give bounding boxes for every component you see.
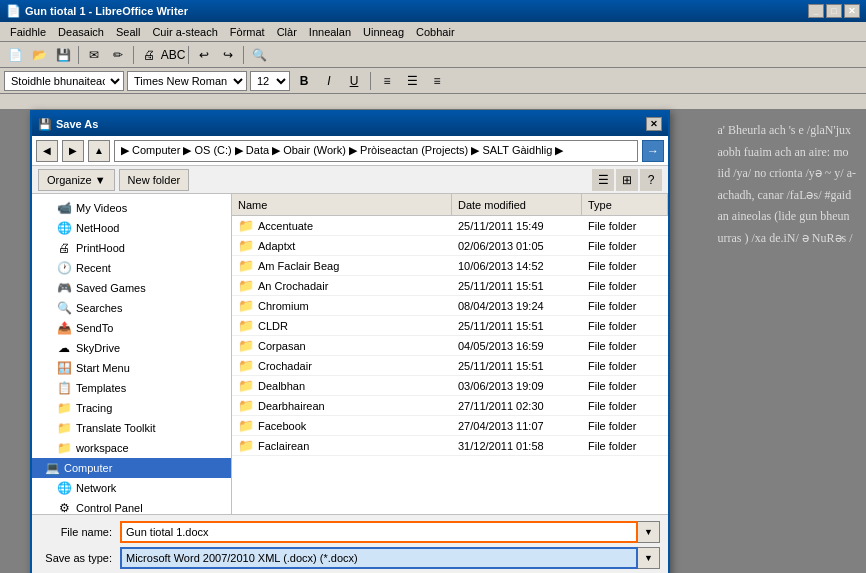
align-center-button[interactable]: ☰ <box>401 70 423 92</box>
tree-item-startmenu[interactable]: 🪟 Start Menu <box>32 358 231 378</box>
menu-cobhair[interactable]: Cobhair <box>410 24 461 40</box>
tree-item-workspace[interactable]: 📁 workspace <box>32 438 231 458</box>
file-row[interactable]: 📁 Accentuate 25/11/2011 15:49 File folde… <box>232 216 668 236</box>
email-button[interactable]: ✉ <box>83 44 105 66</box>
file-rows-container: 📁 Accentuate 25/11/2011 15:49 File folde… <box>232 216 668 456</box>
col-header-type[interactable]: Type <box>582 194 668 215</box>
edit-button[interactable]: ✏ <box>107 44 129 66</box>
file-row[interactable]: 📁 Faclairean 31/12/2011 01:58 File folde… <box>232 436 668 456</box>
help-button[interactable]: ? <box>640 169 662 191</box>
find-button[interactable]: 🔍 <box>248 44 270 66</box>
file-row[interactable]: 📁 Dearbhairean 27/11/2011 02:30 File fol… <box>232 396 668 416</box>
bold-button[interactable]: B <box>293 70 315 92</box>
up-button[interactable]: ▲ <box>88 140 110 162</box>
tree-item-network[interactable]: 🌐 Network <box>32 478 231 498</box>
forward-button[interactable]: ▶ <box>62 140 84 162</box>
menu-faidhle[interactable]: Faidhle <box>4 24 52 40</box>
minimize-button[interactable]: _ <box>808 4 824 18</box>
tree-item-searches[interactable]: 🔍 Searches <box>32 298 231 318</box>
file-row[interactable]: 📁 Chromium 08/04/2013 19:24 File folder <box>232 296 668 316</box>
file-date: 10/06/2013 14:52 <box>452 260 582 272</box>
file-row[interactable]: 📁 Am Faclair Beag 10/06/2013 14:52 File … <box>232 256 668 276</box>
folder-icon: 📁 <box>238 378 254 393</box>
col-header-name[interactable]: Name <box>232 194 452 215</box>
file-row[interactable]: 📁 Adaptxt 02/06/2013 01:05 File folder <box>232 236 668 256</box>
menu-deasaich[interactable]: Deasaich <box>52 24 110 40</box>
savetype-dropdown[interactable]: ▼ <box>638 547 660 569</box>
organize-button[interactable]: Organize ▼ <box>38 169 115 191</box>
address-path[interactable]: ▶ Computer ▶ OS (C:) ▶ Data ▶ Obair (Wor… <box>114 140 638 162</box>
savetype-input[interactable] <box>120 547 638 569</box>
tree-item-controlpanel[interactable]: ⚙ Control Panel <box>32 498 231 514</box>
dialog-title-text: Save As <box>56 118 98 130</box>
new-button[interactable]: 📄 <box>4 44 26 66</box>
view-details-button[interactable]: ⊞ <box>616 169 638 191</box>
col-header-date[interactable]: Date modified <box>452 194 582 215</box>
menu-seall[interactable]: Seall <box>110 24 146 40</box>
align-left-button[interactable]: ≡ <box>376 70 398 92</box>
menu-innealan[interactable]: Innealan <box>303 24 357 40</box>
filename-input[interactable] <box>120 521 638 543</box>
tree-item-sendto[interactable]: 📤 SendTo <box>32 318 231 338</box>
file-date: 02/06/2013 01:05 <box>452 240 582 252</box>
align-right-button[interactable]: ≡ <box>426 70 448 92</box>
tree-item-searches-label: Searches <box>76 302 122 314</box>
file-date: 25/11/2011 15:51 <box>452 280 582 292</box>
print-preview-button[interactable]: 🖨 <box>138 44 160 66</box>
spellcheck-button[interactable]: ABC <box>162 44 184 66</box>
myvideos-icon: 📹 <box>56 200 72 216</box>
tree-item-nethood[interactable]: 🌐 NetHood <box>32 218 231 238</box>
menu-clar[interactable]: Clàr <box>271 24 303 40</box>
save-button[interactable]: 💾 <box>52 44 74 66</box>
file-type: File folder <box>582 380 668 392</box>
font-select[interactable]: Times New Roman <box>127 71 247 91</box>
tree-item-myvideos[interactable]: 📹 My Videos <box>32 198 231 218</box>
file-row[interactable]: 📁 An Crochadair 25/11/2011 15:51 File fo… <box>232 276 668 296</box>
size-select[interactable]: 12 <box>250 71 290 91</box>
maximize-button[interactable]: □ <box>826 4 842 18</box>
tree-item-savedgames[interactable]: 🎮 Saved Games <box>32 278 231 298</box>
view-button[interactable]: ☰ <box>592 169 614 191</box>
tree-item-skydrive[interactable]: ☁ SkyDrive <box>32 338 231 358</box>
tree-item-computer[interactable]: 💻 Computer <box>32 458 231 478</box>
tree-item-templates[interactable]: 📋 Templates <box>32 378 231 398</box>
tree-item-printhood[interactable]: 🖨 PrintHood <box>32 238 231 258</box>
workspace-icon: 📁 <box>56 440 72 456</box>
tree-item-translatetoolkit-label: Translate Toolkit <box>76 422 155 434</box>
file-name: Dealbhan <box>258 380 305 392</box>
file-list-header: Name Date modified Type <box>232 194 668 216</box>
close-button[interactable]: ✕ <box>844 4 860 18</box>
menu-cuir[interactable]: Cuir a-steach <box>146 24 223 40</box>
file-row[interactable]: 📁 Crochadair 25/11/2011 15:51 File folde… <box>232 356 668 376</box>
tree-item-tracing[interactable]: 📁 Tracing <box>32 398 231 418</box>
new-folder-button[interactable]: New folder <box>119 169 190 191</box>
folder-icon: 📁 <box>238 438 254 453</box>
file-type: File folder <box>582 340 668 352</box>
tree-item-recent[interactable]: 🕐 Recent <box>32 258 231 278</box>
tree-item-skydrive-label: SkyDrive <box>76 342 120 354</box>
menu-uinneag[interactable]: Uinneag <box>357 24 410 40</box>
file-name: Am Faclair Beag <box>258 260 339 272</box>
back-button[interactable]: ◀ <box>36 140 58 162</box>
redo-button[interactable]: ↪ <box>217 44 239 66</box>
style-select[interactable]: Stoidhle bhunaiteach <box>4 71 124 91</box>
filename-dropdown[interactable]: ▼ <box>638 521 660 543</box>
dialog-close-button[interactable]: ✕ <box>646 117 662 131</box>
file-name: Accentuate <box>258 220 313 232</box>
file-row[interactable]: 📁 CLDR 25/11/2011 15:51 File folder <box>232 316 668 336</box>
italic-button[interactable]: I <box>318 70 340 92</box>
tree-item-controlpanel-label: Control Panel <box>76 502 143 514</box>
tree-item-translatetoolkit[interactable]: 📁 Translate Toolkit <box>32 418 231 438</box>
file-row[interactable]: 📁 Dealbhan 03/06/2013 19:09 File folder <box>232 376 668 396</box>
window-controls: _ □ ✕ <box>808 4 860 18</box>
file-row[interactable]: 📁 Corpasan 04/05/2013 16:59 File folder <box>232 336 668 356</box>
templates-icon: 📋 <box>56 380 72 396</box>
underline-button[interactable]: U <box>343 70 365 92</box>
file-row[interactable]: 📁 Facebook 27/04/2013 11:07 File folder <box>232 416 668 436</box>
open-button[interactable]: 📂 <box>28 44 50 66</box>
dialog-toolbar: Organize ▼ New folder ☰ ⊞ ? <box>32 166 668 194</box>
tracing-icon: 📁 <box>56 400 72 416</box>
menu-format[interactable]: Fòrmat <box>224 24 271 40</box>
undo-button[interactable]: ↩ <box>193 44 215 66</box>
go-button[interactable]: → <box>642 140 664 162</box>
